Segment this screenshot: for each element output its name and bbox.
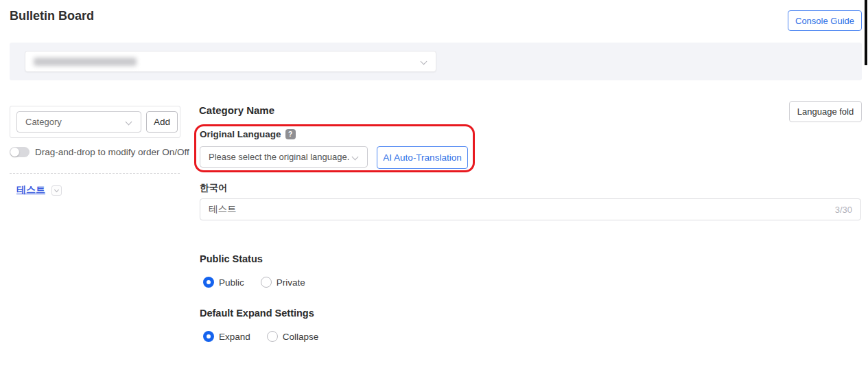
korean-label: 한국어	[200, 182, 228, 194]
drag-order-toggle[interactable]	[10, 147, 30, 157]
category-list-item: 테스트	[16, 184, 62, 196]
ai-auto-translation-button[interactable]: AI Auto-Translation	[377, 146, 468, 169]
divider	[10, 173, 180, 174]
help-icon[interactable]: ?	[285, 129, 296, 139]
radio-unselected-icon	[261, 277, 272, 288]
console-guide-button[interactable]: Console Guide	[788, 10, 862, 31]
add-category-button[interactable]: Add	[146, 111, 178, 133]
original-language-placeholder: Please select the original language.	[209, 152, 349, 162]
public-status-radio-group: Public Private	[203, 277, 305, 288]
toggle-knob-icon	[10, 148, 19, 157]
drag-order-toggle-row: Drag-and-drop to modify order On/Off	[10, 147, 189, 157]
original-language-select[interactable]: Please select the original language.	[200, 146, 368, 168]
korean-name-value: 테스트	[209, 203, 237, 216]
default-expand-label: Default Expand Settings	[200, 308, 314, 319]
category-actions-button[interactable]	[51, 185, 62, 196]
radio-public[interactable]: Public	[203, 277, 244, 288]
radio-selected-icon	[203, 331, 214, 342]
category-type-select[interactable]: Category	[16, 111, 141, 133]
board-select-panel	[10, 43, 862, 80]
page-title: Bulletin Board	[10, 9, 94, 23]
public-status-label: Public Status	[200, 253, 263, 264]
drag-order-toggle-label: Drag-and-drop to modify order On/Off	[35, 147, 189, 157]
radio-label: Public	[219, 277, 244, 288]
korean-name-input[interactable]: 테스트 3/30	[200, 198, 861, 220]
section-title: Category Name	[199, 104, 274, 116]
chevron-down-icon	[54, 187, 59, 192]
scrollbar-thumb[interactable]	[865, 0, 867, 65]
original-language-row: Original Language ?	[200, 129, 296, 139]
chevron-down-icon	[126, 119, 132, 126]
category-add-box: Category Add	[10, 106, 180, 138]
blurred-board-name	[34, 58, 137, 66]
board-select-dropdown[interactable]	[25, 51, 436, 72]
category-select-label: Category	[25, 117, 62, 127]
radio-private[interactable]: Private	[261, 277, 305, 288]
radio-collapse[interactable]: Collapse	[267, 331, 319, 342]
chevron-down-icon	[421, 58, 427, 65]
radio-unselected-icon	[267, 331, 278, 342]
bulletin-board-page: Bulletin Board Console Guide Category Ad…	[0, 0, 868, 390]
chevron-down-icon	[352, 154, 359, 161]
category-link[interactable]: 테스트	[16, 184, 45, 196]
radio-label: Expand	[219, 332, 250, 342]
char-counter: 3/30	[835, 205, 852, 215]
radio-label: Collapse	[283, 332, 319, 342]
radio-label: Private	[277, 277, 305, 288]
default-expand-radio-group: Expand Collapse	[203, 331, 318, 342]
radio-expand[interactable]: Expand	[203, 331, 250, 342]
language-fold-button[interactable]: Language fold	[789, 101, 862, 122]
original-language-label: Original Language	[200, 129, 281, 139]
radio-selected-icon	[203, 277, 214, 288]
